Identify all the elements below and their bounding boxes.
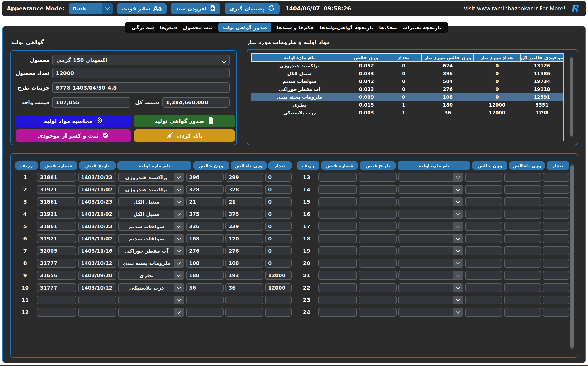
count-input[interactable] xyxy=(265,222,292,231)
receipt-date-input[interactable] xyxy=(78,222,116,231)
materials-row[interactable]: بطری0.0151180120005351 xyxy=(251,101,563,109)
gross-weight-input[interactable] xyxy=(225,271,263,280)
material-select[interactable]: پراکسید هیدروژن xyxy=(118,185,184,194)
material-select[interactable]: پراکسید هیدروژن xyxy=(118,173,184,182)
net-weight-input[interactable] xyxy=(186,283,224,292)
materials-row-selected[interactable]: ملزومات بسته بندی0.0090108012591 xyxy=(251,93,563,101)
material-select[interactable]: آب مقطر خوراکی xyxy=(118,246,184,255)
count-input[interactable] xyxy=(543,173,569,182)
materials-row[interactable]: آب مقطر خوراکی0.0230276019118 xyxy=(251,85,563,93)
count-input[interactable] xyxy=(265,246,292,255)
net-weight-input[interactable] xyxy=(186,234,224,243)
receipt-date-input[interactable] xyxy=(359,296,397,304)
count-input[interactable] xyxy=(265,234,292,243)
tab-bijaks[interactable]: بیجک‌ها xyxy=(379,25,397,30)
plan-details-input[interactable] xyxy=(52,82,230,93)
receipt-no-input[interactable] xyxy=(37,185,76,194)
count-input[interactable] xyxy=(543,271,569,280)
net-weight-input[interactable] xyxy=(186,185,224,194)
net-weight-input[interactable] xyxy=(186,271,224,280)
tab-production-cert-history[interactable]: تاریخچه گواهی‌تولیدها xyxy=(320,25,373,30)
net-weight-input[interactable] xyxy=(186,210,224,219)
gross-weight-input[interactable] xyxy=(504,259,541,268)
receipt-date-input[interactable] xyxy=(359,246,397,255)
count-input[interactable] xyxy=(543,308,569,317)
material-select[interactable]: درب پلاستیکی xyxy=(118,283,184,292)
tab-register-product[interactable]: ثبت محصول xyxy=(183,25,213,30)
materials-scrollbar[interactable] xyxy=(570,56,573,138)
receipt-no-input[interactable] xyxy=(37,259,76,268)
receipt-date-input[interactable] xyxy=(359,197,397,206)
receipt-no-input[interactable] xyxy=(37,296,76,304)
receipt-no-input[interactable] xyxy=(318,222,357,231)
receipt-no-input[interactable] xyxy=(318,173,357,182)
net-weight-input[interactable] xyxy=(465,308,502,317)
receipt-no-input[interactable] xyxy=(318,246,357,255)
receipt-no-input[interactable] xyxy=(318,296,357,304)
materials-row[interactable]: درب پلاستیکی0.003136120001798 xyxy=(251,109,563,116)
receipt-date-input[interactable] xyxy=(359,308,397,317)
receipt-no-input[interactable] xyxy=(318,271,357,280)
count-input[interactable] xyxy=(543,283,569,292)
material-select[interactable] xyxy=(398,210,463,219)
count-input[interactable] xyxy=(265,271,292,280)
materials-row[interactable]: ستیل الکل0.0330396011386 xyxy=(251,69,563,77)
receipt-no-input[interactable] xyxy=(37,283,76,292)
receipt-no-input[interactable] xyxy=(318,308,357,317)
material-select[interactable]: بطری xyxy=(118,271,184,280)
net-weight-input[interactable] xyxy=(465,283,502,292)
receipt-no-input[interactable] xyxy=(37,173,76,182)
receipt-date-input[interactable] xyxy=(359,259,397,268)
net-weight-input[interactable] xyxy=(465,259,502,268)
material-select[interactable] xyxy=(398,283,463,292)
net-weight-input[interactable] xyxy=(186,246,224,255)
receipt-date-input[interactable] xyxy=(78,185,116,194)
count-input[interactable] xyxy=(265,283,292,292)
gross-weight-input[interactable] xyxy=(504,308,541,317)
material-select[interactable]: سولفات سدیم xyxy=(118,234,184,243)
material-select[interactable] xyxy=(398,308,463,317)
count-input[interactable] xyxy=(543,185,569,194)
add-document-button[interactable]: افزودن سند xyxy=(171,3,221,14)
receipt-no-input[interactable] xyxy=(318,185,357,194)
material-select[interactable]: ستیل الکل xyxy=(118,197,184,206)
gross-weight-input[interactable] xyxy=(225,173,263,182)
gross-weight-input[interactable] xyxy=(504,283,541,292)
net-weight-input[interactable] xyxy=(186,308,224,317)
gross-weight-input[interactable] xyxy=(225,308,263,317)
tab-orders-and-documents[interactable]: حکم‌ها و سندها xyxy=(277,25,314,30)
gross-weight-input[interactable] xyxy=(225,197,263,206)
material-select[interactable] xyxy=(398,246,463,255)
gross-weight-input[interactable] xyxy=(225,296,263,304)
unit-price-input[interactable] xyxy=(52,97,130,108)
receipt-no-input[interactable] xyxy=(318,234,357,243)
receipt-date-input[interactable] xyxy=(359,222,397,231)
net-weight-input[interactable] xyxy=(186,197,224,206)
net-weight-input[interactable] xyxy=(186,173,224,182)
product-select[interactable]: اکسیدان 150 گرمی xyxy=(52,55,230,65)
gross-weight-input[interactable] xyxy=(225,234,263,243)
materials-scrollbar-thumb[interactable] xyxy=(570,58,573,136)
gross-weight-input[interactable] xyxy=(504,222,541,231)
gross-weight-input[interactable] xyxy=(225,210,263,219)
gross-weight-input[interactable] xyxy=(504,246,541,255)
material-select[interactable] xyxy=(118,296,184,304)
tab-receipts[interactable]: قبض‌ها xyxy=(160,25,177,30)
receipt-date-input[interactable] xyxy=(78,271,116,280)
tab-issue-production-cert[interactable]: صدور گواهی تولید xyxy=(218,23,271,32)
receipt-date-input[interactable] xyxy=(78,283,116,292)
count-input[interactable] xyxy=(265,197,292,206)
count-input[interactable] xyxy=(543,222,569,231)
materials-row[interactable]: پراکسید هیدروژن0.0520624013126 xyxy=(251,62,563,69)
count-input[interactable] xyxy=(543,296,569,304)
font-size-button[interactable]: سایز فونت Aa xyxy=(117,3,167,14)
material-select[interactable] xyxy=(398,271,463,280)
receipt-date-input[interactable] xyxy=(359,234,397,243)
material-select[interactable] xyxy=(398,197,463,206)
gross-weight-input[interactable] xyxy=(504,210,541,219)
count-input[interactable] xyxy=(265,308,292,317)
gross-weight-input[interactable] xyxy=(504,197,541,206)
receipts-scrollbar-thumb[interactable] xyxy=(570,165,574,348)
receipt-date-input[interactable] xyxy=(359,173,397,182)
gross-weight-input[interactable] xyxy=(225,246,263,255)
